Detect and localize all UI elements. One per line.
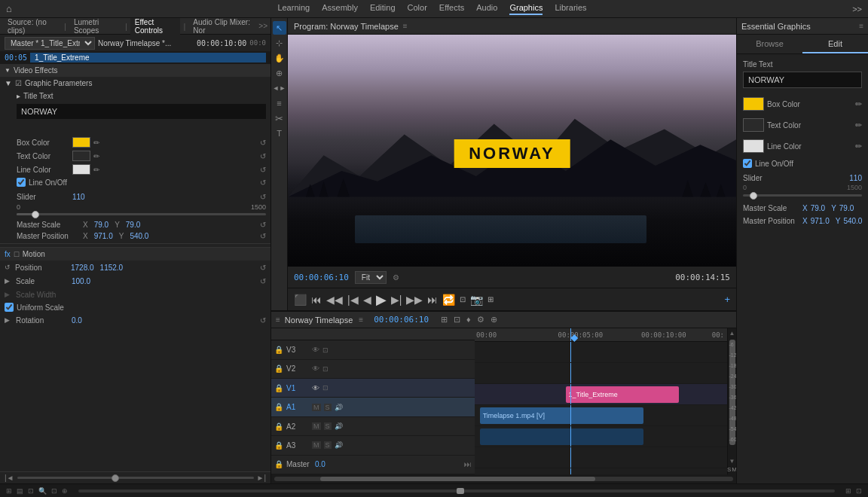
program-menu-icon[interactable]: ≡ xyxy=(403,22,408,30)
ess-slider-value[interactable]: 110 xyxy=(849,174,862,182)
ess-scale-x-val[interactable]: 79.0 xyxy=(811,204,825,212)
tl-s-a3[interactable]: S xyxy=(324,441,332,449)
ess-box-color-swatch[interactable] xyxy=(743,97,764,111)
tl-lock-a1[interactable]: 🔒 xyxy=(274,403,283,411)
tool-arrow[interactable]: ↖ xyxy=(273,21,286,35)
tool-zoom[interactable]: ⊕ xyxy=(273,66,286,80)
tl-lock-v3[interactable]: 🔒 xyxy=(274,346,283,354)
status-thumb[interactable] xyxy=(457,488,464,494)
tl-m-a2[interactable]: M xyxy=(312,422,321,430)
box-color-swatch[interactable] xyxy=(72,137,90,148)
tl-lock-master[interactable]: 🔒 xyxy=(274,460,283,468)
monitor-settings-icon[interactable]: ⚙ xyxy=(393,273,399,282)
home-icon[interactable]: ⌂ xyxy=(6,3,12,14)
go-start-button[interactable]: |◀ xyxy=(347,294,359,306)
ess-line-color-swatch[interactable] xyxy=(743,139,764,153)
status-progress[interactable] xyxy=(78,489,835,492)
frame-step-back-button[interactable]: ◀ xyxy=(363,294,371,306)
camera-button[interactable]: 📷 xyxy=(470,294,483,306)
tool-pen[interactable]: T xyxy=(273,127,286,140)
master-position-y[interactable]: 540.0 xyxy=(130,232,148,240)
line-onoff-checkbox[interactable] xyxy=(17,178,26,187)
ess-slider-thumb[interactable] xyxy=(750,192,757,200)
position-x[interactable]: 1728.0 xyxy=(71,264,94,272)
tl-lock-a2[interactable]: 🔒 xyxy=(274,422,283,431)
clip-title-extreme[interactable]: 1_Title_Extreme xyxy=(566,386,680,403)
video-effects-header[interactable]: ▼ Video Effects xyxy=(0,64,270,77)
nav-effects[interactable]: Effects xyxy=(439,3,464,15)
tl-sync-v3[interactable]: ⊡ xyxy=(322,346,329,354)
add-button[interactable]: + xyxy=(724,294,730,305)
nav-color[interactable]: Color xyxy=(408,3,427,15)
nav-audio[interactable]: Audio xyxy=(476,3,497,15)
loop-button[interactable]: 🔁 xyxy=(442,294,455,306)
ess-line-onoff-checkbox[interactable] xyxy=(743,159,752,168)
tl-link-button[interactable]: ⊡ xyxy=(452,315,462,325)
position-y[interactable]: 1152.0 xyxy=(100,264,124,272)
line-color-reset[interactable]: ↺ xyxy=(260,166,266,174)
tl-s-a1[interactable]: S xyxy=(324,404,332,411)
nav-graphics[interactable]: Graphics xyxy=(509,3,542,15)
line-onoff-reset[interactable]: ↺ xyxy=(260,178,266,187)
tool-in-out[interactable]: ◄► xyxy=(273,81,286,95)
tab-edit[interactable]: Edit xyxy=(802,35,868,53)
tl-lock-a3[interactable]: 🔒 xyxy=(274,441,283,450)
scale-value[interactable]: 100.0 xyxy=(72,277,90,285)
tl-snap-button[interactable]: ⊞ xyxy=(439,315,449,325)
tl-sync-v1[interactable]: ⊡ xyxy=(322,384,329,392)
ess-box-color-pencil[interactable]: ✏ xyxy=(855,99,862,109)
nav-libraries[interactable]: Libraries xyxy=(555,3,586,15)
frame-step-fwd-button[interactable]: ▶| xyxy=(391,294,402,306)
slider-reset[interactable]: ↺ xyxy=(260,193,266,201)
title-text-header[interactable]: ▸ Title Text xyxy=(17,90,266,102)
tl-vol-a1[interactable]: 🔊 xyxy=(335,404,343,411)
tool-razor[interactable]: ✂ xyxy=(273,111,286,125)
status-icon-6[interactable]: ⊕ xyxy=(62,487,68,495)
box-color-reset[interactable]: ↺ xyxy=(260,139,266,147)
nav-assembly[interactable]: Assembly xyxy=(322,3,358,15)
motion-header[interactable]: fx ☐ Motion xyxy=(0,248,270,261)
position-reset[interactable]: ↺ xyxy=(260,264,266,272)
tool-ripple[interactable]: ≡ xyxy=(273,96,286,110)
tl-vol-a3[interactable]: 🔊 xyxy=(335,441,343,449)
tl-eye-v1[interactable]: 👁 xyxy=(312,384,319,392)
zoom-in-icon[interactable]: ►| xyxy=(257,474,267,482)
nav-more[interactable]: >> xyxy=(852,5,862,14)
status-icon-1[interactable]: ⊞ xyxy=(6,487,12,495)
clip-timelapse-v[interactable]: Timelapse 1.mp4 [V] xyxy=(480,407,644,424)
tab-effect-controls[interactable]: Effect Controls xyxy=(130,18,181,35)
settings-button[interactable]: ⊞ xyxy=(487,295,494,303)
tl-master-end[interactable]: ⏭ xyxy=(464,460,472,468)
master-pos-reset[interactable]: ↺ xyxy=(260,232,266,240)
ess-pos-y-val[interactable]: 540.0 xyxy=(843,217,862,225)
timeline-vscroll[interactable]: ▲ -6 -12 -18 -24 -30 -36 -42 -48 xyxy=(727,328,736,474)
tab-lumetri[interactable]: Lumetri Scopes xyxy=(69,18,122,35)
status-icon-3[interactable]: ⊡ xyxy=(28,487,34,495)
fx-checkbox[interactable]: ☑ xyxy=(15,79,22,87)
ess-title-text-input[interactable] xyxy=(743,72,862,88)
tool-hand[interactable]: ✋ xyxy=(273,51,286,65)
slider-track[interactable] xyxy=(17,213,266,215)
tl-sync-v2[interactable]: ⊡ xyxy=(322,365,329,373)
frame-back-button[interactable]: ◀◀ xyxy=(326,294,343,306)
ess-line-color-pencil[interactable]: ✏ xyxy=(855,142,862,151)
text-color-swatch[interactable] xyxy=(72,151,90,161)
tl-s-a2[interactable]: S xyxy=(324,422,332,430)
box-color-pencil[interactable]: ✏ xyxy=(93,139,99,147)
master-scale-y[interactable]: 79.0 xyxy=(126,221,140,229)
tl-m-a3[interactable]: M xyxy=(312,441,321,449)
tl-lock-v1[interactable]: 🔒 xyxy=(274,384,283,392)
mark-in-button[interactable]: ⬛ xyxy=(294,294,307,306)
status-icon-5[interactable]: ⊡ xyxy=(51,487,57,495)
timeline-timecode[interactable]: 00:00:06:10 xyxy=(374,315,429,325)
nav-editing[interactable]: Editing xyxy=(370,3,396,15)
scale-expand[interactable]: ▶ xyxy=(5,277,10,285)
scale-reset[interactable]: ↺ xyxy=(260,277,266,285)
slider-value[interactable]: 110 xyxy=(72,193,85,201)
vscroll-up[interactable]: ▲ xyxy=(729,330,735,337)
tool-select[interactable]: ⊹ xyxy=(273,36,286,50)
tab-browse[interactable]: Browse xyxy=(737,35,802,53)
master-position-x[interactable]: 971.0 xyxy=(94,232,113,240)
uniform-scale-checkbox[interactable] xyxy=(5,303,14,312)
nav-learning[interactable]: Learning xyxy=(277,3,310,15)
